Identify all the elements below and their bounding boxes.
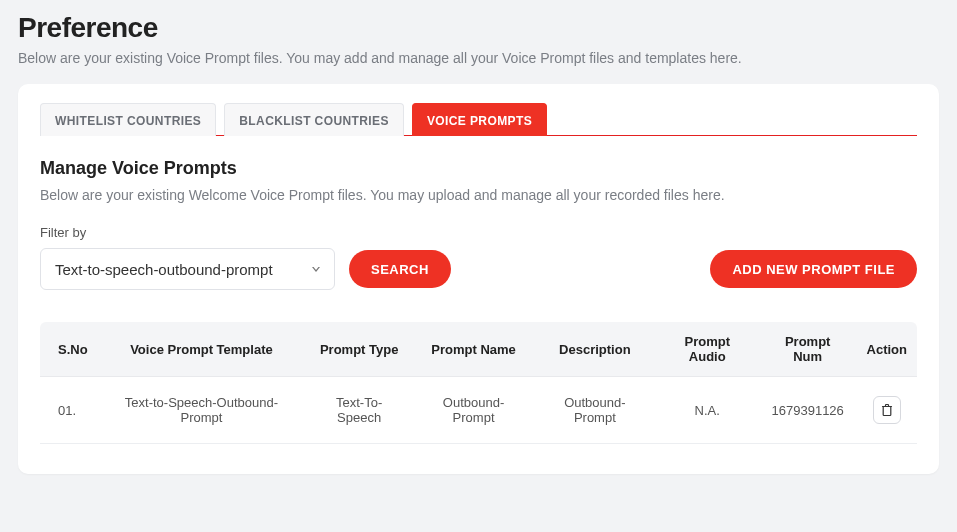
cell-audio: N.A.: [656, 377, 759, 444]
tabs: WHITELIST COUNTRIES BLACKLIST COUNTRIES …: [40, 102, 917, 136]
prompts-table: S.No Voice Prompt Template Prompt Type P…: [40, 322, 917, 444]
tab-whitelist-countries[interactable]: WHITELIST COUNTRIES: [40, 103, 216, 136]
cell-action: [857, 377, 917, 444]
trash-icon: [881, 403, 893, 417]
cell-name: Outbound-Prompt: [413, 377, 534, 444]
cell-sno: 01.: [40, 377, 98, 444]
col-action: Action: [857, 322, 917, 377]
col-num: Prompt Num: [759, 322, 857, 377]
section-title: Manage Voice Prompts: [40, 158, 917, 179]
tab-voice-prompts[interactable]: VOICE PROMPTS: [412, 103, 547, 136]
page-subtitle: Below are your existing Voice Prompt fil…: [18, 50, 939, 66]
filter-selected-value: Text-to-speech-outbound-prompt: [55, 261, 273, 278]
add-new-prompt-file-button[interactable]: ADD NEW PROMPT FILE: [710, 250, 917, 288]
table-row: 01. Text-to-Speech-Outbound-Prompt Text-…: [40, 377, 917, 444]
col-type: Prompt Type: [305, 322, 413, 377]
delete-row-button[interactable]: [873, 396, 901, 424]
controls-row: Text-to-speech-outbound-prompt SEARCH AD…: [40, 248, 917, 290]
filter-label: Filter by: [40, 225, 917, 240]
col-sno: S.No: [40, 322, 98, 377]
col-desc: Description: [534, 322, 656, 377]
chevron-down-icon: [312, 267, 320, 272]
search-button[interactable]: SEARCH: [349, 250, 451, 288]
page-title: Preference: [18, 12, 939, 44]
col-template: Voice Prompt Template: [98, 322, 306, 377]
cell-type: Text-To-Speech: [305, 377, 413, 444]
cell-num: 1679391126: [759, 377, 857, 444]
col-name: Prompt Name: [413, 322, 534, 377]
col-audio: Prompt Audio: [656, 322, 759, 377]
cell-template: Text-to-Speech-Outbound-Prompt: [98, 377, 306, 444]
cell-desc: Outbound-Prompt: [534, 377, 656, 444]
main-card: WHITELIST COUNTRIES BLACKLIST COUNTRIES …: [18, 84, 939, 474]
filter-select[interactable]: Text-to-speech-outbound-prompt: [40, 248, 335, 290]
section-subtitle: Below are your existing Welcome Voice Pr…: [40, 187, 917, 203]
tab-blacklist-countries[interactable]: BLACKLIST COUNTRIES: [224, 103, 404, 136]
